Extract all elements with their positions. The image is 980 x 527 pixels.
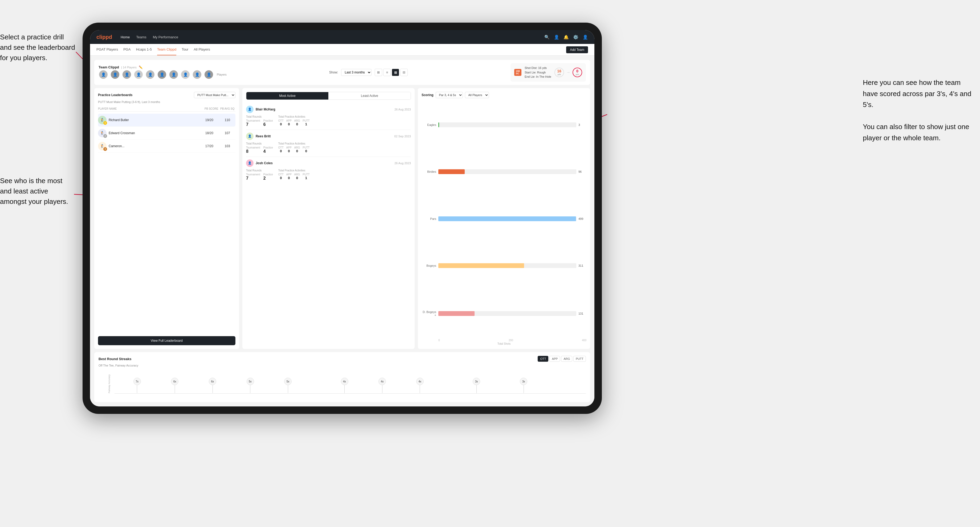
table-view-icon[interactable]: ⊟ xyxy=(400,69,408,76)
pa-putt-label-2: PUTT xyxy=(303,146,310,149)
pa-tournament-col: Tournament 7 xyxy=(246,119,260,127)
pa-rounds-label: Total Rounds xyxy=(246,115,273,118)
pa-practice-label-2: Practice xyxy=(263,146,273,149)
grid-view-icon[interactable]: ⊞ xyxy=(375,69,382,76)
pin-3x-2[interactable]: 3x xyxy=(520,378,527,393)
lb-name-1: Richard Butler xyxy=(109,118,199,122)
bar-row-eagles: Eagles 3 xyxy=(422,122,586,127)
subnav-pga[interactable]: PGA xyxy=(123,44,130,56)
tab-ott[interactable]: OTT xyxy=(538,356,548,362)
pa-putt-label-3: PUTT xyxy=(303,173,310,176)
pin-badge-7x-1: 7x xyxy=(134,378,141,385)
pin-4x-3[interactable]: 4x xyxy=(416,378,424,393)
pin-6x-2[interactable]: 6x xyxy=(209,378,216,393)
shot-circle-start: 16 yds xyxy=(554,68,564,77)
nav-teams[interactable]: Teams xyxy=(136,35,146,39)
axis-0: 0 xyxy=(438,339,440,342)
tab-arg[interactable]: ARG xyxy=(561,356,572,362)
sub-nav: PGAT Players PGA Hcaps 1-5 Team Clippd T… xyxy=(90,44,594,56)
bar-value-eagles: 3 xyxy=(578,123,586,126)
subnav-team-clippd[interactable]: Team Clippd xyxy=(157,44,176,56)
subnav-all-players[interactable]: All Players xyxy=(194,44,210,56)
pin-6x-1[interactable]: 6x xyxy=(171,378,178,393)
bell-icon[interactable]: 🔔 xyxy=(563,35,569,40)
table-row[interactable]: 🏌️ 1 Richard Butler 19/20 110 xyxy=(98,114,235,127)
user-icon[interactable]: 👤 xyxy=(583,35,588,40)
team-avatars: 👤 👤 👤 👤 👤 👤 👤 👤 👤 👤 Players xyxy=(99,70,227,79)
pin-badge-4x-3: 4x xyxy=(416,378,424,385)
pa-tournament-value-3: 7 xyxy=(246,176,260,181)
avatar-1: 👤 xyxy=(99,70,108,79)
tab-putt[interactable]: PUTT xyxy=(573,356,586,362)
pin-badge-6x-1: 6x xyxy=(171,378,178,385)
scoring-filter-players[interactable]: All Players xyxy=(465,92,489,98)
subnav-hcaps[interactable]: Hcaps 1-5 xyxy=(136,44,152,56)
pin-3x-1[interactable]: 3x xyxy=(473,378,480,393)
settings-icon[interactable]: ⚙️ xyxy=(573,35,578,40)
nav-home[interactable]: Home xyxy=(121,35,130,39)
pin-badge-3x-1: 3x xyxy=(473,378,480,385)
pin-4x-2[interactable]: 4x xyxy=(379,378,386,393)
team-header: Team Clippd | 14 Players ✏️ 👤 👤 👤 👤 👤 👤 … xyxy=(94,60,590,85)
avatar-4: 👤 xyxy=(134,70,143,79)
shot-start-lie: Start Lie: Rough xyxy=(525,70,551,75)
scoring-card: Scoring Par 3, 4 & 5s All Players Eagles xyxy=(418,88,590,349)
scoring-filter-par[interactable]: Par 3, 4 & 5s xyxy=(436,92,463,98)
pa-arg-val-3: 0 xyxy=(294,176,300,180)
lb-col-avg: PB AVG SQ xyxy=(220,107,235,110)
bar-label-birdies: Birdies xyxy=(422,170,436,173)
main-content: Team Clippd | 14 Players ✏️ 👤 👤 👤 👤 👤 👤 … xyxy=(90,56,594,406)
lb-col-score: PB SCORE xyxy=(204,107,220,110)
pin-5x-2[interactable]: 5x xyxy=(284,378,291,393)
pa-putt-label: PUTT xyxy=(303,119,310,122)
pa-activities-label-3: Total Practice Activities xyxy=(278,169,310,172)
card-view-icon[interactable]: ▦ xyxy=(392,69,399,76)
table-row[interactable]: 🏌️ 2 Edward Crossman 18/20 107 xyxy=(98,127,235,140)
pin-4x-1[interactable]: 4x xyxy=(341,378,348,393)
tab-most-active[interactable]: Most Active xyxy=(247,92,329,100)
subnav-pgat[interactable]: PGAT Players xyxy=(96,44,118,56)
player-count: | 14 Players xyxy=(121,66,137,69)
drill-select[interactable]: PUTT Must Make Putt... xyxy=(194,92,235,98)
table-row[interactable]: 🏌️ 3 Cameron... 17/20 103 xyxy=(98,140,235,153)
pa-stats-2: Total Rounds Tournament 8 Practice 4 xyxy=(246,142,411,154)
show-select[interactable]: Last 3 months Last 6 months Last year xyxy=(341,69,371,76)
pa-ott-label-3: OTT xyxy=(278,173,284,176)
subnav-tour[interactable]: Tour xyxy=(181,44,188,56)
activity-tabs: Most Active Least Active xyxy=(246,92,411,100)
pin-7x-1[interactable]: 7x xyxy=(134,378,141,393)
shot-info: Shot Dist: 16 yds Start Lie: Rough End L… xyxy=(525,66,551,79)
activity-card: Most Active Least Active 👤 Blair McHarg … xyxy=(242,88,415,349)
bar-value-pars: 499 xyxy=(578,217,586,221)
top-nav: clippd Home Teams My Performance 🔍 👤 🔔 ⚙… xyxy=(90,30,594,44)
pa-stats-1: Total Rounds Tournament 7 Practice 6 xyxy=(246,115,411,127)
tab-least-active[interactable]: Least Active xyxy=(328,92,410,100)
add-team-button[interactable]: Add Team xyxy=(566,46,588,53)
pin-line-9 xyxy=(476,385,477,393)
tablet-screen: clippd Home Teams My Performance 🔍 👤 🔔 ⚙… xyxy=(90,30,594,406)
profile-icon[interactable]: 👤 xyxy=(554,35,559,40)
lb-avg-3: 103 xyxy=(220,144,235,148)
pa-tournament-value-2: 8 xyxy=(246,149,260,154)
pin-line-6 xyxy=(344,385,345,393)
pa-ott-val-2: 0 xyxy=(278,149,284,153)
pa-practice-col-3: Practice 2 xyxy=(263,173,273,181)
bottom-subtitle: Off The Tee, Fairway Accuracy xyxy=(99,364,586,367)
leaderboard-header: Practice Leaderboards PUTT Must Make Put… xyxy=(98,92,235,98)
pin-5x-1[interactable]: 5x xyxy=(247,378,254,393)
search-icon[interactable]: 🔍 xyxy=(544,35,550,40)
pa-activities-values-2: OTT 0 APP 0 ARG 0 xyxy=(278,146,310,153)
pa-putt-val-2: 0 xyxy=(303,149,310,153)
edit-team-icon[interactable]: ✏️ xyxy=(139,65,143,69)
list-view-icon[interactable]: ≡ xyxy=(383,69,391,76)
pa-activities-label: Total Practice Activities xyxy=(278,115,310,118)
pa-app-label-2: APP xyxy=(286,146,291,149)
bar-row-pars: Pars 499 xyxy=(422,216,586,221)
pa-practice-label: Practice xyxy=(263,119,273,122)
pa-arg-val-2: 0 xyxy=(294,149,300,153)
nav-my-performance[interactable]: My Performance xyxy=(153,35,178,39)
view-full-leaderboard-button[interactable]: View Full Leaderboard xyxy=(98,336,235,345)
best-round-streaks-section: Best Round Streaks OTT APP ARG PUTT Off … xyxy=(94,352,590,402)
tab-app[interactable]: APP xyxy=(549,356,560,362)
pa-putt-val-3: 1 xyxy=(303,176,310,180)
